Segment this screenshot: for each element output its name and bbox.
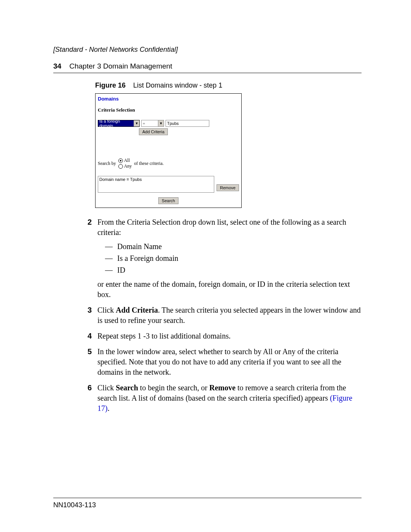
step-text: Click Search to begin the search, or Rem… xyxy=(97,383,362,414)
criteria-value-input[interactable]: Tpubs xyxy=(166,120,209,127)
dash-icon: — xyxy=(105,253,117,264)
step-4: 4 Repeat steps 1 -3 to list additional d… xyxy=(88,331,362,341)
dash-icon: — xyxy=(105,265,117,275)
step-number: 2 xyxy=(88,217,97,300)
criteria-value-text: Tpubs xyxy=(167,121,179,126)
criteria-list-entry: Domain name = Tpubs xyxy=(99,177,142,182)
running-header: 34 Chapter 3 Domain Management xyxy=(53,62,362,73)
search-button[interactable]: Search xyxy=(158,197,178,204)
step-text: From the Criteria Selection drop down li… xyxy=(97,217,362,238)
searchby-suffix: of these criteria. xyxy=(134,161,164,166)
radio-all[interactable] xyxy=(118,158,123,163)
criteria-selection-heading: Criteria Selection xyxy=(98,107,239,113)
chapter-title: Chapter 3 Domain Management xyxy=(69,62,172,70)
radio-all-label: All xyxy=(124,158,130,163)
step-5: 5 In the lower window area, select wheth… xyxy=(88,347,362,377)
option-domain-name: Domain Name xyxy=(117,241,162,252)
step-text: or enter the name of the domain, foreign… xyxy=(97,279,362,300)
option-foreign-domain: Is a Foreign domain xyxy=(117,253,178,264)
step-6: 6 Click Search to begin the search, or R… xyxy=(88,383,362,414)
step-number: 3 xyxy=(88,305,97,326)
step-text: Repeat steps 1 -3 to list additional dom… xyxy=(97,331,362,341)
step-text: Click Add Criteria. The search criteria … xyxy=(97,305,362,326)
criteria-field-select[interactable]: Is a foreign domain ▼ xyxy=(98,120,140,127)
searchby-prefix: Search by xyxy=(98,161,116,166)
radio-any[interactable] xyxy=(118,164,123,169)
step-number: 5 xyxy=(88,347,97,377)
criteria-field-value: Is a foreign domain xyxy=(99,119,134,128)
domains-window: Domains Criteria Selection Is a foreign … xyxy=(95,93,242,208)
step-number: 4 xyxy=(88,331,97,341)
step-text: In the lower window area, select whether… xyxy=(97,347,362,377)
criteria-listbox[interactable]: Domain name = Tpubs xyxy=(98,176,214,193)
chevron-down-icon: ▼ xyxy=(158,120,164,126)
confidential-header: [Standard - Nortel Networks Confidential… xyxy=(53,46,362,54)
step-3: 3 Click Add Criteria. The search criteri… xyxy=(88,305,362,326)
step-2: 2 From the Criteria Selection drop down … xyxy=(88,217,362,300)
figure-caption: Figure 16 List Domains window - step 1 xyxy=(95,81,362,89)
page-number: 34 xyxy=(53,62,61,70)
doc-id: NN10043-113 xyxy=(53,501,96,509)
figure-caption-text: List Domains window - step 1 xyxy=(133,81,222,89)
radio-any-label: Any xyxy=(124,163,132,169)
page-footer: NN10043-113 xyxy=(53,498,362,509)
add-criteria-button[interactable]: Add Criteria xyxy=(139,128,168,135)
criteria-operator-select[interactable]: = ▼ xyxy=(141,120,164,127)
option-id: ID xyxy=(117,265,125,275)
chevron-down-icon: ▼ xyxy=(134,120,139,126)
figure-label: Figure 16 xyxy=(95,81,126,89)
window-title: Domains xyxy=(98,96,239,102)
step-number: 6 xyxy=(88,383,97,414)
dash-icon: — xyxy=(105,241,117,252)
remove-button[interactable]: Remove xyxy=(217,184,239,191)
criteria-operator-value: = xyxy=(143,121,145,126)
